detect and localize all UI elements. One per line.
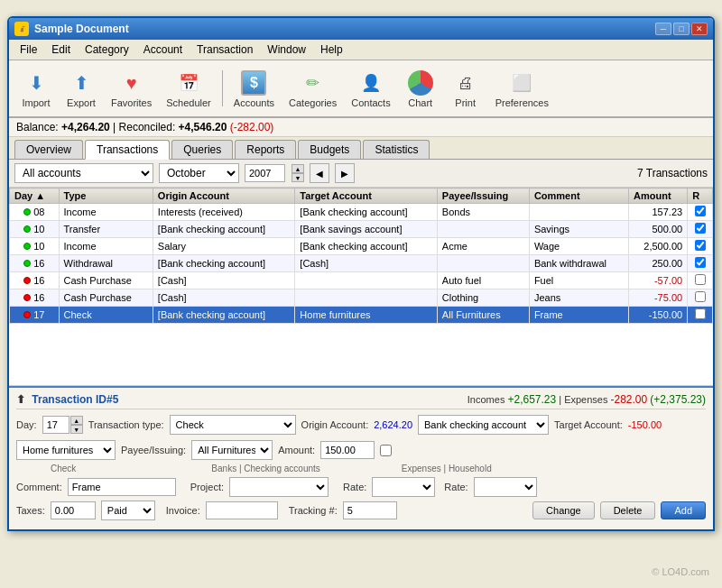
cell-amount: -75.00 [629,289,688,307]
cell-day: 17 [10,307,60,324]
delete-button[interactable]: Delete [600,501,656,519]
target-account-select[interactable]: Home furnitures [16,440,116,460]
add-button[interactable]: Add [661,501,706,519]
maximize-button[interactable]: □ [673,23,690,35]
prev-month-button[interactable]: ◀ [310,163,329,183]
col-day[interactable]: Day ▲ [10,188,60,204]
cell-reconciled[interactable] [688,307,713,324]
cell-reconciled[interactable] [688,289,713,307]
toolbar-favorites-button[interactable]: ♥Favorites [105,64,158,113]
scheduler-icon: 📅 [174,69,203,97]
cell-origin: [Cash] [153,289,295,307]
next-month-button[interactable]: ▶ [335,163,355,183]
toolbar-preferences-button[interactable]: ⬜Preferences [489,64,555,113]
transaction-count: 7 Transactions [637,167,708,179]
table-row[interactable]: 16 Cash Purchase [Cash] Auto fuel Fuel -… [10,272,713,289]
year-down-button[interactable]: ▼ [292,173,304,182]
reconciled-checkbox[interactable] [380,445,392,456]
origin-amount-value: 2,624.20 [374,419,412,430]
toolbar: ⬇Import⬆Export♥Favorites📅Scheduler$Accou… [9,60,713,118]
cell-day: 16 [10,289,60,307]
status-icon [23,208,31,216]
menu-edit[interactable]: Edit [44,41,78,58]
table-row[interactable]: 16 Withdrawal [Bank checking account] [C… [10,255,713,272]
cell-payee [437,221,529,238]
change-button[interactable]: Change [532,501,595,519]
col-comment[interactable]: Comment [529,188,628,204]
menu-transaction[interactable]: Transaction [190,41,260,58]
toolbar-import-button[interactable]: ⬇Import [14,64,58,113]
status-icon [23,225,31,233]
chart-icon [406,69,435,97]
tab-transactions[interactable]: Transactions [85,140,170,160]
payee-select[interactable]: All Furnitures [191,440,273,460]
detail-title: ⬆ Transaction ID#5 [16,393,118,406]
status-icon [23,311,31,318]
col-r[interactable]: R [688,188,713,204]
cell-reconciled[interactable] [688,255,713,272]
month-filter[interactable]: JanuaryFebruaryMarchAprilMayJuneJulyAugu… [159,163,239,183]
day-down-button[interactable]: ▼ [70,425,83,434]
detail-header: ⬆ Transaction ID#5 Incomes +2,657.23 | E… [16,393,706,409]
origin-account-select[interactable]: Bank checking account [418,415,549,435]
action-buttons: Change Delete Add [532,501,706,519]
tab-budgets[interactable]: Budgets [298,140,361,159]
comment-input[interactable] [68,478,176,496]
col-origin[interactable]: Origin Account [153,188,295,204]
cell-type: Income [59,204,153,221]
toolbar-categories-button[interactable]: ✏Categories [282,64,343,113]
tracking-input[interactable] [343,501,397,519]
tab-overview[interactable]: Overview [14,140,83,159]
col-type[interactable]: Type [59,188,153,204]
table-row[interactable]: 16 Cash Purchase [Cash] Clothing Jeans -… [10,289,713,307]
menu-file[interactable]: File [13,41,44,58]
transactions-table: Day ▲ Type Origin Account Target Account… [9,188,713,324]
table-row[interactable]: 10 Transfer [Bank checking account] [Ban… [10,221,713,238]
col-target[interactable]: Target Account [295,188,438,204]
menu-window[interactable]: Window [260,41,313,58]
taxes-input[interactable] [51,501,96,519]
menu-category[interactable]: Category [78,41,136,58]
day-input[interactable] [42,416,69,434]
cell-reconciled[interactable] [688,238,713,255]
tab-statistics[interactable]: Statistics [363,140,430,159]
close-button[interactable]: ✕ [691,23,708,35]
status-icon [23,277,31,284]
table-row[interactable]: 17 Check [Bank checking account] Home fu… [10,307,713,324]
cell-amount: 2,500.00 [629,238,688,255]
menu-account[interactable]: Account [136,41,190,58]
menu-help[interactable]: Help [313,41,350,58]
account-filter[interactable]: All accounts Bank checking account Bank … [14,163,153,183]
table-row[interactable]: 10 Income Salary [Bank checking account]… [10,238,713,255]
col-payee[interactable]: Payee/Issuing [437,188,529,204]
favorites-icon: ♥ [117,69,146,97]
rate1-select[interactable] [372,477,435,497]
table-row[interactable]: 08 Income Interests (received) [Bank che… [10,204,713,221]
cell-type: Check [59,307,153,324]
tab-reports[interactable]: Reports [235,140,296,159]
toolbar-print-button[interactable]: 🖨Print [444,64,487,113]
col-amount[interactable]: Amount [629,188,688,204]
toolbar-chart-button[interactable]: Chart [399,64,442,113]
toolbar-scheduler-button[interactable]: 📅Scheduler [160,64,218,113]
invoice-input[interactable] [206,501,278,519]
amount-input[interactable] [320,441,375,459]
cell-reconciled[interactable] [688,221,713,238]
year-input[interactable] [245,164,285,182]
toolbar-export-button[interactable]: ⬆Export [60,64,103,113]
cell-reconciled[interactable] [688,272,713,289]
toolbar-contacts-button[interactable]: 👤Contacts [345,64,396,113]
invoice-label: Invoice: [166,505,200,516]
transaction-type-select[interactable]: CheckIncomeTransferWithdrawalCash Purcha… [170,415,296,435]
day-up-button[interactable]: ▲ [70,416,83,425]
toolbar-accounts-button[interactable]: $Accounts [227,64,281,113]
project-select[interactable] [229,477,329,497]
cell-type: Cash Purchase [59,272,153,289]
minimize-button[interactable]: ─ [655,23,671,35]
tax-status-select[interactable]: Paid [101,501,155,520]
cell-reconciled[interactable] [688,204,713,221]
rate2-select[interactable] [474,477,537,497]
year-up-button[interactable]: ▲ [292,164,304,173]
tab-queries[interactable]: Queries [171,140,233,159]
payee-label: Payee/Issuing: [121,445,186,455]
